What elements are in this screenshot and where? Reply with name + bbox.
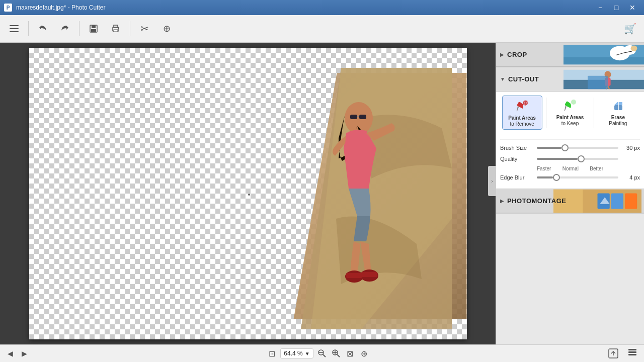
tool-separator-2 xyxy=(594,98,594,128)
paint-keep-icon xyxy=(562,98,578,114)
svg-rect-8 xyxy=(114,30,118,32)
brush-size-row: Brush Size 30 px xyxy=(500,144,640,152)
zoom-value: 64.4 % xyxy=(284,350,302,357)
quality-label: Quality xyxy=(500,156,533,162)
brush-size-label: Brush Size xyxy=(500,145,533,151)
title-bar: P maxresdefault.jpg* - Photo Cutter − □ … xyxy=(0,0,644,15)
erase-label: ErasePainting xyxy=(609,115,627,127)
crop-arrow: ▶ xyxy=(500,52,504,57)
transform-button[interactable]: ⊕ xyxy=(156,19,177,39)
navigation-controls: ◀ ▶ xyxy=(4,347,30,359)
toolbar-separator-2 xyxy=(79,21,79,36)
window-title: maxresdefault.jpg* - Photo Cutter xyxy=(16,4,105,11)
cutout-header[interactable]: ▼ CUT-OUT xyxy=(496,67,644,92)
quality-thumb[interactable] xyxy=(578,155,585,162)
cutout-tools-row: Paint Areasto Remove xyxy=(500,96,640,134)
cutout-title: CUT-OUT xyxy=(508,75,539,83)
paint-remove-icon xyxy=(514,98,530,114)
edge-blur-row: Edge Blur 4 px xyxy=(500,173,640,182)
svg-line-49 xyxy=(337,354,340,357)
status-center: ⊡ 64.4 % ▼ ⊠ ⊕ xyxy=(266,348,369,359)
maximize-button[interactable]: □ xyxy=(609,3,624,13)
tool-separator-1 xyxy=(546,98,546,128)
prev-image-button[interactable]: ◀ xyxy=(4,347,16,359)
zoom-actual-button[interactable]: ⊕ xyxy=(359,348,370,359)
cart-button[interactable]: 🛒 xyxy=(620,19,640,39)
close-button[interactable]: ✕ xyxy=(625,3,640,13)
zoom-in-button[interactable] xyxy=(331,348,342,359)
crop-header[interactable]: ▶ CROP xyxy=(496,43,644,67)
edge-blur-label: Edge Blur xyxy=(500,174,533,180)
svg-rect-52 xyxy=(628,351,636,353)
svg-point-34 xyxy=(571,100,576,105)
svg-rect-4 xyxy=(92,25,96,28)
quality-normal-label: Normal xyxy=(562,166,579,171)
window-controls[interactable]: − □ ✕ xyxy=(593,3,640,13)
main-layout: ▶ CROP ▼ xyxy=(0,43,644,344)
erase-tool[interactable]: ErasePainting xyxy=(598,96,638,130)
minimize-button[interactable]: − xyxy=(593,3,608,13)
toolbar-separator-3 xyxy=(130,21,130,36)
paint-keep-label: Paint Areasto Keep xyxy=(556,115,584,127)
right-panel: ▶ CROP ▼ xyxy=(496,43,644,344)
svg-rect-11 xyxy=(350,115,357,119)
svg-point-33 xyxy=(523,100,528,105)
paint-keep-tool[interactable]: Paint Areasto Keep xyxy=(550,96,590,130)
mode-button[interactable]: ✂ xyxy=(134,19,154,39)
canvas-wrapper xyxy=(29,48,467,339)
svg-point-22 xyxy=(631,45,637,51)
cutout-preview xyxy=(564,67,644,91)
photomontage-preview xyxy=(553,189,644,213)
brush-size-thumb[interactable] xyxy=(561,144,569,151)
subject-image xyxy=(261,68,452,329)
quality-row: Quality xyxy=(500,155,640,163)
zoom-select[interactable]: 64.4 % ▼ xyxy=(280,348,313,358)
print-button[interactable] xyxy=(106,19,126,39)
svg-rect-12 xyxy=(359,115,366,119)
cutout-arrow: ▼ xyxy=(500,76,505,82)
paint-remove-tool[interactable]: Paint Areasto Remove xyxy=(502,96,542,130)
main-toolbar: ✂ ⊕ 🛒 xyxy=(0,15,644,43)
paint-remove-label: Paint Areasto Remove xyxy=(508,115,536,127)
quality-track[interactable] xyxy=(537,158,618,160)
svg-rect-53 xyxy=(628,354,636,355)
redo-button[interactable] xyxy=(55,19,75,39)
app-icon: P xyxy=(4,4,12,12)
edge-blur-value: 4 px xyxy=(622,174,640,180)
photomontage-arrow: ▶ xyxy=(500,198,504,204)
svg-rect-29 xyxy=(588,75,608,88)
photomontage-header[interactable]: ▶ PHOTOMONTAGE xyxy=(496,189,644,213)
panel-collapse-button[interactable]: › xyxy=(496,166,496,196)
export-button[interactable] xyxy=(606,347,621,360)
zoom-fit-button[interactable]: ⊡ xyxy=(266,348,277,359)
brush-size-fill xyxy=(537,147,561,149)
edge-blur-track[interactable] xyxy=(537,176,618,178)
layers-button[interactable] xyxy=(625,347,640,360)
fit-selection-button[interactable]: ⊠ xyxy=(345,348,356,359)
undo-button[interactable] xyxy=(33,19,53,39)
quality-better-label: Better xyxy=(590,166,603,171)
edge-blur-thumb[interactable] xyxy=(553,174,560,181)
svg-line-45 xyxy=(323,354,326,357)
quality-fill xyxy=(537,158,578,160)
cutout-tools-panel: Paint Areasto Remove xyxy=(496,92,644,189)
zoom-dropdown-arrow: ▼ xyxy=(305,351,310,356)
edge-blur-fill xyxy=(537,176,553,178)
zoom-out-button[interactable] xyxy=(316,348,328,359)
tools-divider xyxy=(500,139,640,140)
svg-point-9 xyxy=(118,28,119,29)
crop-preview xyxy=(564,43,644,66)
svg-rect-7 xyxy=(114,25,118,28)
svg-rect-2 xyxy=(10,31,19,32)
canvas-area[interactable] xyxy=(0,43,496,344)
hamburger-menu-button[interactable] xyxy=(4,19,24,39)
next-image-button[interactable]: ▶ xyxy=(18,347,30,359)
brush-size-track[interactable] xyxy=(537,147,618,149)
photomontage-title: PHOTOMONTAGE xyxy=(507,197,566,205)
save-button[interactable] xyxy=(84,19,104,39)
title-bar-left: P maxresdefault.jpg* - Photo Cutter xyxy=(4,4,105,12)
svg-rect-17 xyxy=(361,272,377,277)
crop-section: ▶ CROP xyxy=(496,43,644,67)
quality-labels: Faster Normal Better xyxy=(500,166,640,173)
status-bar: ◀ ▶ ⊡ 64.4 % ▼ ⊠ ⊕ xyxy=(0,344,644,362)
